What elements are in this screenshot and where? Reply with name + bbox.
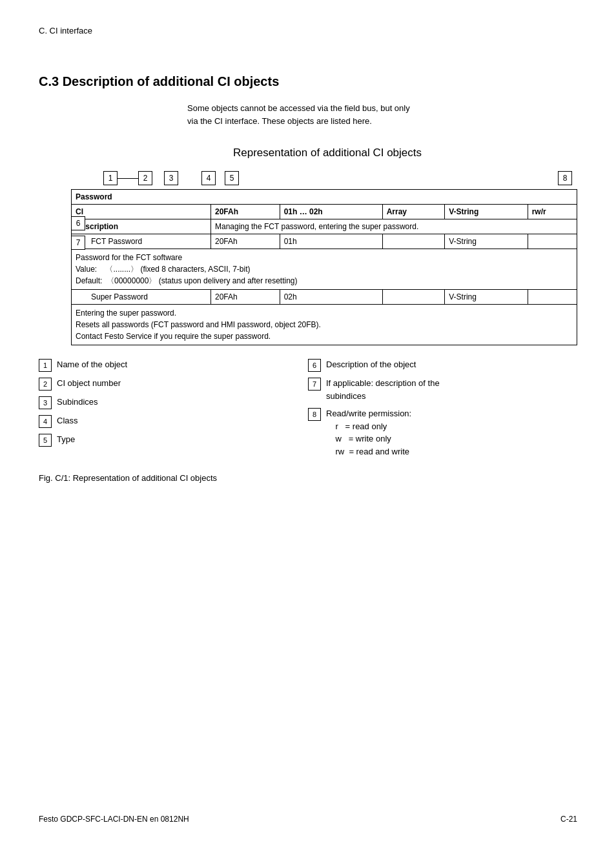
super-name: Super Password	[72, 290, 211, 305]
indicator-8: 8	[558, 171, 572, 185]
legend-num-3: 3	[39, 396, 52, 409]
intro-paragraph: Some objects cannot be accessed via the …	[187, 103, 410, 126]
indicator-4: 4	[201, 171, 216, 185]
indicator-7: 7	[71, 236, 85, 250]
legend-item-8: 8 Read/write permission: r = read only w…	[308, 407, 577, 458]
legend-text-4: Class	[57, 414, 78, 427]
table-column-headers: CI 20FAh 01h … 02h Array V-String rw/r	[72, 205, 577, 219]
table-row-super-password: Super Password 20FAh 02h V-String	[72, 290, 577, 305]
fct-perm	[528, 234, 577, 249]
super-description: Entering the super password. Resets all …	[72, 305, 577, 345]
legend-text-3: Subindices	[57, 396, 98, 409]
section-title: C.3 Description of additional CI objects	[39, 74, 577, 89]
header-section: C. CI interface	[39, 26, 577, 36]
table-header-name-row: Password	[72, 190, 577, 205]
super-type: V-String	[445, 290, 528, 305]
legend-text-6: Description of the object	[326, 358, 416, 371]
legend-item-5: 5 Type	[39, 433, 308, 447]
legend-item-7: 7 If applicable: description of thesubin…	[308, 377, 577, 402]
legend-section: 1 Name of the object 2 CI object number …	[39, 358, 577, 463]
side-label-7: 7	[71, 236, 85, 250]
table-description-row: Description Managing the FCT password, e…	[72, 219, 577, 234]
super-class	[382, 290, 445, 305]
footer-left: Festo GDCP-SFC-LACI-DN-EN en 0812NH	[39, 815, 189, 824]
col-sub: 01h … 02h	[280, 205, 382, 219]
legend-text-5: Type	[57, 433, 75, 446]
legend-item-3: 3 Subindices	[39, 396, 308, 409]
fct-description: Password for the FCT software Value: 〈..…	[72, 249, 577, 290]
legend-item-4: 4 Class	[39, 414, 308, 428]
fct-name: FCT Password	[72, 234, 211, 249]
super-perm	[528, 290, 577, 305]
description-content: Managing the FCT password, entering the …	[210, 219, 577, 234]
number-indicators-row: 1 2 3 4 5 8	[71, 171, 577, 185]
side-label-6: 6	[71, 216, 85, 230]
diagram-wrapper: 1 2 3 4 5 8 6 7	[39, 171, 577, 345]
fct-class	[382, 234, 445, 249]
intro-text: Some objects cannot be accessed via the …	[187, 102, 577, 127]
ci-table: Password CI 20FAh 01h … 02h Array V-Stri…	[71, 189, 577, 345]
legend-num-8: 8	[308, 408, 321, 421]
fct-type: V-String	[445, 234, 528, 249]
col-class: Array	[382, 205, 445, 219]
page: C. CI interface C.3 Description of addit…	[0, 0, 616, 843]
table-row-fct-desc: Password for the FCT software Value: 〈..…	[72, 249, 577, 290]
legend-text-1: Name of the object	[57, 358, 127, 371]
fig-caption: Fig. C/1: Representation of additional C…	[39, 473, 577, 483]
col-addr: 20FAh	[210, 205, 280, 219]
fct-sub: 01h	[280, 234, 382, 249]
legend-item-1: 1 Name of the object	[39, 358, 308, 372]
legend-left: 1 Name of the object 2 CI object number …	[39, 358, 308, 463]
super-ci: 20FAh	[210, 290, 280, 305]
legend-text-8: Read/write permission: r = read only w =…	[326, 407, 411, 458]
super-sub: 02h	[280, 290, 382, 305]
legend-num-1: 1	[39, 359, 52, 372]
legend-text-7: If applicable: description of thesubindi…	[326, 377, 440, 402]
legend-text-2: CI object number	[57, 377, 121, 390]
legend-num-2: 2	[39, 378, 52, 391]
legend-right: 6 Description of the object 7 If applica…	[308, 358, 577, 463]
col-type: V-String	[445, 205, 528, 219]
indicator-2: 2	[138, 171, 152, 185]
legend-num-6: 6	[308, 359, 321, 372]
table-row-super-desc: Entering the super password. Resets all …	[72, 305, 577, 345]
fct-ci: 20FAh	[210, 234, 280, 249]
legend-num-5: 5	[39, 434, 52, 447]
indicator-3: 3	[164, 171, 178, 185]
indicator-1: 1	[103, 171, 118, 185]
legend-item-2: 2 CI object number	[39, 377, 308, 391]
footer-right: C-21	[560, 815, 577, 824]
footer: Festo GDCP-SFC-LACI-DN-EN en 0812NH C-21	[39, 815, 577, 824]
col-perm: rw/r	[528, 205, 577, 219]
header-label: C. CI interface	[39, 26, 92, 36]
table-object-name: Password	[72, 190, 577, 205]
diagram-title: Representation of additional CI objects	[77, 147, 577, 159]
table-row-fct-password: FCT Password 20FAh 01h V-String	[72, 234, 577, 249]
indicator-5: 5	[225, 171, 239, 185]
legend-num-4: 4	[39, 415, 52, 428]
indicator-6: 6	[71, 216, 85, 230]
description-label: Description	[72, 219, 211, 234]
col-ci: CI	[72, 205, 211, 219]
legend-item-6: 6 Description of the object	[308, 358, 577, 372]
table-with-labels: 6 7 Password CI 20FAh 01h … 02h Array V-…	[71, 189, 577, 345]
legend-num-7: 7	[308, 378, 321, 391]
